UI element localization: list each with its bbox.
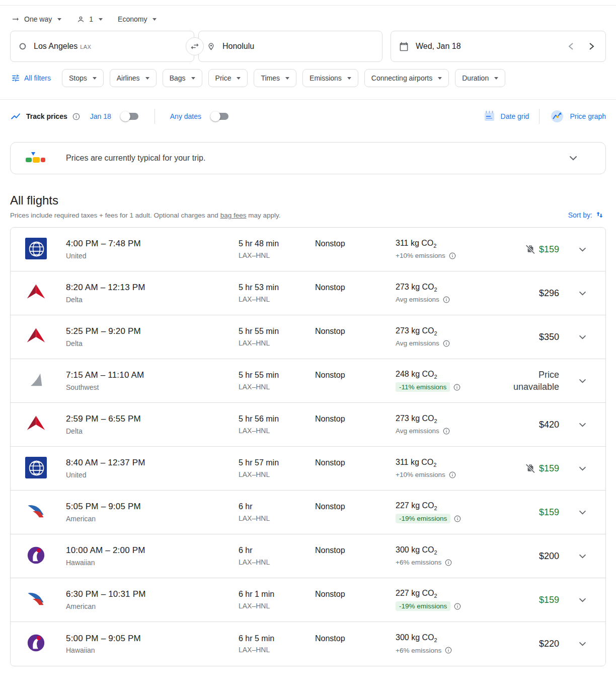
flight-row[interactable]: 8:20 AM – 12:13 PM Delta 5 hr 53 min LAX… [11,271,605,315]
flight-route: LAX–HNL [239,427,270,435]
flight-row[interactable]: 4:00 PM – 7:48 PM United 5 hr 48 min LAX… [11,228,605,271]
flight-stops: Nonstop [315,327,396,336]
chevron-down-icon [99,18,103,21]
any-dates-toggle[interactable] [210,111,229,122]
previous-date-button[interactable] [568,42,574,50]
flight-duration: 6 hr 1 min [239,590,315,599]
info-icon[interactable] [443,428,450,435]
info-icon[interactable] [454,603,461,610]
flight-row[interactable]: 8:40 AM – 12:37 PM United 5 hr 57 min LA… [11,447,605,491]
flight-row[interactable]: 10:00 AM – 2:00 PM Hawaiian 6 hr LAX–HNL… [11,534,605,578]
co2-value: 273 kg CO2 [396,326,499,336]
passengers-dropdown[interactable]: 1 [76,15,103,24]
trip-type-dropdown[interactable]: One way [11,15,61,24]
airline-name: Hawaiian [66,559,95,567]
departure-date-field[interactable]: Wed, Jan 18 [391,31,606,62]
track-date-toggle[interactable] [120,111,139,122]
emissions-label: Avg emissions [396,427,439,435]
cabin-class-value: Economy [118,15,147,23]
origin-code: LAX [80,44,91,50]
expand-flight-chevron-icon[interactable] [579,598,586,602]
flight-times: 6:30 PM – 10:31 PM [66,589,239,599]
united-airlines-logo [25,457,47,478]
results-disclaimer: Prices include required taxes + fees for… [10,212,606,219]
flight-stops: Nonstop [315,415,396,424]
co2-value: 273 kg CO2 [396,283,499,293]
info-icon[interactable] [72,113,80,120]
info-icon[interactable] [443,296,450,303]
flight-row[interactable]: 5:00 PM – 9:05 PM Hawaiian 6 hr 5 min LA… [11,622,605,666]
origin-input[interactable]: Los AngelesLAX [10,31,194,62]
bag-fees-link[interactable]: bag fees [220,212,247,219]
info-icon[interactable] [453,384,460,391]
track-date-option[interactable]: Jan 18 [90,112,111,120]
swap-airports-button[interactable] [186,37,204,55]
expand-flight-chevron-icon[interactable] [579,510,586,515]
date-grid-button[interactable]: Date grid [483,110,529,123]
airline-name: Delta [66,427,83,435]
flight-duration: 5 hr 48 min [239,239,315,248]
info-icon[interactable] [445,559,452,566]
no-carryon-bag-icon [525,463,535,473]
filter-chip-label: Stops [69,74,87,82]
expand-flight-chevron-icon[interactable] [579,423,586,427]
flight-duration: 5 hr 53 min [239,283,315,292]
flight-price: $159 [539,244,559,255]
filter-chip-emissions[interactable]: Emissions [302,69,358,87]
info-icon[interactable] [445,647,452,654]
destination-input[interactable]: Honolulu [198,31,382,62]
emissions-label: +10% emissions [396,471,445,478]
filter-chip-stops[interactable]: Stops [62,69,104,87]
flight-row[interactable]: 2:59 PM – 6:55 PM Delta 5 hr 56 min LAX–… [11,403,605,447]
filter-chip-price[interactable]: Price [208,69,248,87]
price-graph-button[interactable]: Price graph [550,109,606,124]
chevron-down-icon [237,77,241,80]
filter-chip-duration[interactable]: Duration [455,69,505,87]
price-graph-icon [550,109,565,124]
expand-insight-chevron-icon[interactable] [569,156,577,161]
expand-flight-chevron-icon[interactable] [579,642,586,646]
expand-flight-chevron-icon[interactable] [579,247,586,252]
filter-chip-label: Airlines [117,74,140,82]
sort-by-button[interactable]: Sort by: [568,211,604,219]
tune-icon [11,74,20,83]
airline-name: American [66,602,96,610]
vertical-divider [539,109,540,124]
expand-flight-chevron-icon[interactable] [579,379,586,383]
info-icon[interactable] [449,252,456,259]
origin-city: Los Angeles [34,42,78,50]
info-icon[interactable] [454,515,461,522]
flight-row[interactable]: 5:25 PM – 9:20 PM Delta 5 hr 55 min LAX–… [11,315,605,359]
filter-chip-label: Emissions [310,74,342,82]
co2-value: 300 kg CO2 [396,633,499,643]
filter-chip-airlines[interactable]: Airlines [110,69,157,87]
expand-flight-chevron-icon[interactable] [579,291,586,296]
price-level-indicator-icon [25,151,47,166]
price-insight-message: Prices are currently typical for your tr… [66,154,205,163]
info-icon[interactable] [443,340,450,347]
price-insight-banner[interactable]: Prices are currently typical for your tr… [10,142,606,174]
flight-price: $296 [539,288,559,299]
co2-value: 227 kg CO2 [396,501,499,511]
cabin-class-dropdown[interactable]: Economy [118,15,157,23]
flight-row[interactable]: 5:05 PM – 9:05 PM American 6 hr LAX–HNL … [11,491,605,534]
location-pin-icon [207,42,215,51]
airline-name: United [66,252,86,260]
info-icon[interactable] [449,471,456,478]
any-dates-option[interactable]: Any dates [170,112,201,120]
expand-flight-chevron-icon[interactable] [579,466,586,471]
united-airlines-logo [25,238,47,259]
flight-row[interactable]: 7:15 AM – 11:10 AM Southwest 5 hr 55 min… [11,359,605,403]
co2-value: 311 kg CO2 [396,239,499,249]
expand-flight-chevron-icon[interactable] [579,335,586,339]
origin-circle-icon [19,42,27,50]
expand-flight-chevron-icon[interactable] [579,554,586,559]
filter-chip-bags[interactable]: Bags [163,69,202,87]
filter-chip-connecting-airports[interactable]: Connecting airports [364,69,449,87]
all-filters-button[interactable]: All filters [10,74,56,83]
flight-duration: 5 hr 56 min [239,415,315,424]
next-date-button[interactable] [589,42,594,50]
flight-row[interactable]: 6:30 PM – 10:31 PM American 6 hr 1 min L… [11,578,605,622]
flight-stops: Nonstop [315,458,396,467]
filter-chip-times[interactable]: Times [254,69,296,87]
